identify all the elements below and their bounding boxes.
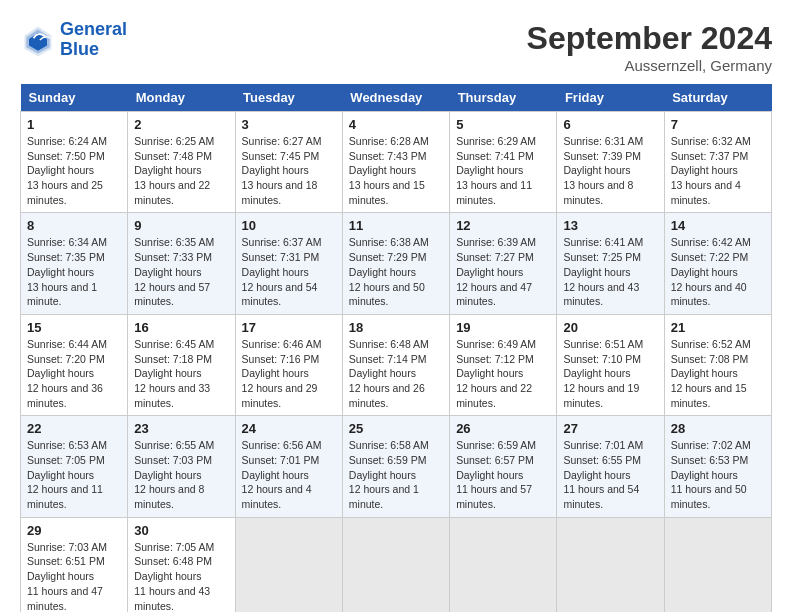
day-number: 20: [563, 320, 657, 335]
day-number: 9: [134, 218, 228, 233]
day-info: Sunrise: 6:38 AMSunset: 7:29 PMDaylight …: [349, 235, 443, 308]
logo: General Blue: [20, 20, 127, 60]
calendar-cell: 5Sunrise: 6:29 AMSunset: 7:41 PMDaylight…: [450, 112, 557, 213]
day-number: 25: [349, 421, 443, 436]
logo-text: General: [60, 20, 127, 40]
weekday-header: Monday: [128, 84, 235, 112]
day-number: 3: [242, 117, 336, 132]
weekday-header: Tuesday: [235, 84, 342, 112]
day-number: 18: [349, 320, 443, 335]
day-number: 17: [242, 320, 336, 335]
calendar-week-row: 29Sunrise: 7:03 AMSunset: 6:51 PMDayligh…: [21, 517, 772, 612]
day-number: 19: [456, 320, 550, 335]
calendar-cell: [235, 517, 342, 612]
calendar-week-row: 22Sunrise: 6:53 AMSunset: 7:05 PMDayligh…: [21, 416, 772, 517]
day-info: Sunrise: 6:49 AMSunset: 7:12 PMDaylight …: [456, 337, 550, 410]
day-number: 23: [134, 421, 228, 436]
calendar-cell: 1Sunrise: 6:24 AMSunset: 7:50 PMDaylight…: [21, 112, 128, 213]
weekday-header: Thursday: [450, 84, 557, 112]
day-info: Sunrise: 7:05 AMSunset: 6:48 PMDaylight …: [134, 540, 228, 612]
title-block: September 2024 Aussernzell, Germany: [527, 20, 772, 74]
day-number: 8: [27, 218, 121, 233]
calendar-cell: [557, 517, 664, 612]
day-number: 15: [27, 320, 121, 335]
day-info: Sunrise: 6:28 AMSunset: 7:43 PMDaylight …: [349, 134, 443, 207]
calendar-cell: 28Sunrise: 7:02 AMSunset: 6:53 PMDayligh…: [664, 416, 771, 517]
day-number: 10: [242, 218, 336, 233]
calendar-week-row: 8Sunrise: 6:34 AMSunset: 7:35 PMDaylight…: [21, 213, 772, 314]
calendar-cell: 8Sunrise: 6:34 AMSunset: 7:35 PMDaylight…: [21, 213, 128, 314]
day-info: Sunrise: 7:02 AMSunset: 6:53 PMDaylight …: [671, 438, 765, 511]
day-number: 1: [27, 117, 121, 132]
calendar-cell: 9Sunrise: 6:35 AMSunset: 7:33 PMDaylight…: [128, 213, 235, 314]
day-number: 21: [671, 320, 765, 335]
calendar-cell: 14Sunrise: 6:42 AMSunset: 7:22 PMDayligh…: [664, 213, 771, 314]
day-info: Sunrise: 6:41 AMSunset: 7:25 PMDaylight …: [563, 235, 657, 308]
day-number: 14: [671, 218, 765, 233]
day-number: 5: [456, 117, 550, 132]
logo-icon: [20, 22, 56, 58]
day-number: 4: [349, 117, 443, 132]
calendar-cell: 2Sunrise: 6:25 AMSunset: 7:48 PMDaylight…: [128, 112, 235, 213]
day-number: 16: [134, 320, 228, 335]
weekday-header: Saturday: [664, 84, 771, 112]
calendar-cell: 11Sunrise: 6:38 AMSunset: 7:29 PMDayligh…: [342, 213, 449, 314]
day-number: 24: [242, 421, 336, 436]
calendar-cell: 20Sunrise: 6:51 AMSunset: 7:10 PMDayligh…: [557, 314, 664, 415]
day-info: Sunrise: 6:39 AMSunset: 7:27 PMDaylight …: [456, 235, 550, 308]
day-number: 22: [27, 421, 121, 436]
calendar-week-row: 15Sunrise: 6:44 AMSunset: 7:20 PMDayligh…: [21, 314, 772, 415]
calendar-cell: 26Sunrise: 6:59 AMSunset: 6:57 PMDayligh…: [450, 416, 557, 517]
logo-text2: Blue: [60, 40, 127, 60]
day-number: 27: [563, 421, 657, 436]
month-title: September 2024: [527, 20, 772, 57]
day-info: Sunrise: 6:25 AMSunset: 7:48 PMDaylight …: [134, 134, 228, 207]
day-number: 26: [456, 421, 550, 436]
day-info: Sunrise: 6:44 AMSunset: 7:20 PMDaylight …: [27, 337, 121, 410]
day-info: Sunrise: 6:51 AMSunset: 7:10 PMDaylight …: [563, 337, 657, 410]
calendar-cell: 12Sunrise: 6:39 AMSunset: 7:27 PMDayligh…: [450, 213, 557, 314]
day-number: 13: [563, 218, 657, 233]
calendar-cell: 6Sunrise: 6:31 AMSunset: 7:39 PMDaylight…: [557, 112, 664, 213]
calendar-cell: 25Sunrise: 6:58 AMSunset: 6:59 PMDayligh…: [342, 416, 449, 517]
day-info: Sunrise: 6:48 AMSunset: 7:14 PMDaylight …: [349, 337, 443, 410]
calendar-body: 1Sunrise: 6:24 AMSunset: 7:50 PMDaylight…: [21, 112, 772, 613]
calendar-table: SundayMondayTuesdayWednesdayThursdayFrid…: [20, 84, 772, 612]
page-header: General Blue September 2024 Aussernzell,…: [20, 20, 772, 74]
calendar-cell: 27Sunrise: 7:01 AMSunset: 6:55 PMDayligh…: [557, 416, 664, 517]
day-info: Sunrise: 7:01 AMSunset: 6:55 PMDaylight …: [563, 438, 657, 511]
calendar-cell: 10Sunrise: 6:37 AMSunset: 7:31 PMDayligh…: [235, 213, 342, 314]
day-info: Sunrise: 6:45 AMSunset: 7:18 PMDaylight …: [134, 337, 228, 410]
weekday-header: Sunday: [21, 84, 128, 112]
day-number: 29: [27, 523, 121, 538]
calendar-cell: 13Sunrise: 6:41 AMSunset: 7:25 PMDayligh…: [557, 213, 664, 314]
day-info: Sunrise: 6:52 AMSunset: 7:08 PMDaylight …: [671, 337, 765, 410]
calendar-cell: 23Sunrise: 6:55 AMSunset: 7:03 PMDayligh…: [128, 416, 235, 517]
day-info: Sunrise: 6:42 AMSunset: 7:22 PMDaylight …: [671, 235, 765, 308]
calendar-cell: 29Sunrise: 7:03 AMSunset: 6:51 PMDayligh…: [21, 517, 128, 612]
calendar-cell: 22Sunrise: 6:53 AMSunset: 7:05 PMDayligh…: [21, 416, 128, 517]
day-info: Sunrise: 6:34 AMSunset: 7:35 PMDaylight …: [27, 235, 121, 308]
weekday-header: Wednesday: [342, 84, 449, 112]
day-info: Sunrise: 6:27 AMSunset: 7:45 PMDaylight …: [242, 134, 336, 207]
calendar-cell: 30Sunrise: 7:05 AMSunset: 6:48 PMDayligh…: [128, 517, 235, 612]
calendar-cell: 18Sunrise: 6:48 AMSunset: 7:14 PMDayligh…: [342, 314, 449, 415]
calendar-cell: 15Sunrise: 6:44 AMSunset: 7:20 PMDayligh…: [21, 314, 128, 415]
calendar-cell: 3Sunrise: 6:27 AMSunset: 7:45 PMDaylight…: [235, 112, 342, 213]
calendar-cell: 4Sunrise: 6:28 AMSunset: 7:43 PMDaylight…: [342, 112, 449, 213]
day-info: Sunrise: 6:58 AMSunset: 6:59 PMDaylight …: [349, 438, 443, 511]
calendar-cell: 16Sunrise: 6:45 AMSunset: 7:18 PMDayligh…: [128, 314, 235, 415]
calendar-cell: 7Sunrise: 6:32 AMSunset: 7:37 PMDaylight…: [664, 112, 771, 213]
day-number: 30: [134, 523, 228, 538]
day-info: Sunrise: 6:29 AMSunset: 7:41 PMDaylight …: [456, 134, 550, 207]
day-info: Sunrise: 6:59 AMSunset: 6:57 PMDaylight …: [456, 438, 550, 511]
day-number: 28: [671, 421, 765, 436]
day-info: Sunrise: 6:55 AMSunset: 7:03 PMDaylight …: [134, 438, 228, 511]
calendar-cell: [342, 517, 449, 612]
day-info: Sunrise: 6:46 AMSunset: 7:16 PMDaylight …: [242, 337, 336, 410]
day-number: 12: [456, 218, 550, 233]
day-info: Sunrise: 6:24 AMSunset: 7:50 PMDaylight …: [27, 134, 121, 207]
calendar-cell: 19Sunrise: 6:49 AMSunset: 7:12 PMDayligh…: [450, 314, 557, 415]
day-info: Sunrise: 7:03 AMSunset: 6:51 PMDaylight …: [27, 540, 121, 612]
day-number: 6: [563, 117, 657, 132]
